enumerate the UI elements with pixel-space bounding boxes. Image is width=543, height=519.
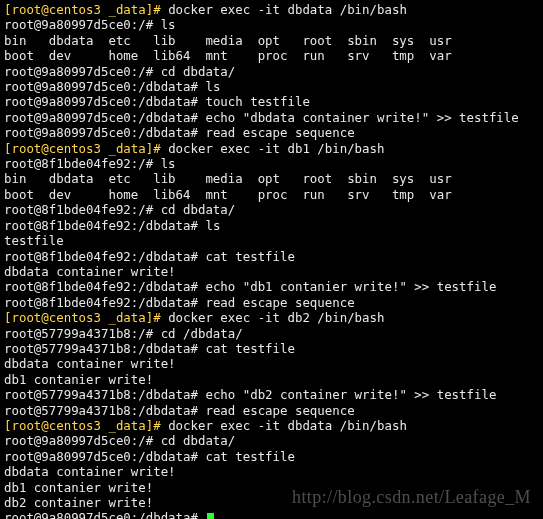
terminal-line: root@8f1bde04fe92:/dbdata# cat testfile: [4, 249, 539, 264]
command: ls: [205, 79, 220, 94]
terminal-line: root@57799a4371b8:/dbdata# cat testfile: [4, 341, 539, 356]
watermark-text: http://blog.csdn.net/Leafage_M: [292, 490, 531, 505]
output-text: db1 contanier write!: [4, 372, 153, 387]
command: cat testfile: [205, 249, 295, 264]
command: echo "db1 contanier write!" >> testfile: [205, 279, 496, 294]
prompt: root@57799a4371b8:/dbdata#: [4, 387, 205, 402]
terminal-line: root@57799a4371b8:/dbdata# echo "db2 con…: [4, 387, 539, 402]
command: read escape sequence: [205, 295, 354, 310]
terminal-line: root@8f1bde04fe92:/# ls: [4, 156, 539, 171]
prompt: root@57799a4371b8:/dbdata#: [4, 341, 205, 356]
prompt: root@9a80997d5ce0:/#: [4, 17, 161, 32]
terminal-line: [root@centos3 _data]# docker exec -it db…: [4, 141, 539, 156]
terminal-line: root@9a80997d5ce0:/dbdata# touch testfil…: [4, 94, 539, 109]
terminal-line: root@8f1bde04fe92:/dbdata# echo "db1 con…: [4, 279, 539, 294]
prompt: root@8f1bde04fe92:/#: [4, 202, 161, 217]
command: touch testfile: [205, 94, 309, 109]
prompt: root@9a80997d5ce0:/dbdata#: [4, 79, 205, 94]
prompt: root@8f1bde04fe92:/dbdata#: [4, 218, 205, 233]
command: docker exec -it db1 /bin/bash: [168, 141, 384, 156]
output-text: dbdata container write!: [4, 464, 176, 479]
output-text: db2 container write!: [4, 495, 153, 510]
command: cat testfile: [205, 341, 295, 356]
terminal-line: dbdata container write!: [4, 264, 539, 279]
cursor-icon: [207, 513, 214, 519]
terminal-line: root@8f1bde04fe92:/dbdata# ls: [4, 218, 539, 233]
command: echo "db2 container write!" >> testfile: [205, 387, 496, 402]
prompt: root@9a80997d5ce0:/dbdata#: [4, 449, 205, 464]
command: cd dbdata/: [161, 202, 236, 217]
command: docker exec -it db2 /bin/bash: [168, 310, 384, 325]
command: cat testfile: [205, 449, 295, 464]
terminal-output[interactable]: [root@centos3 _data]# docker exec -it db…: [0, 0, 543, 519]
prompt: root@8f1bde04fe92:/dbdata#: [4, 279, 205, 294]
terminal-line: root@9a80997d5ce0:/dbdata#: [4, 510, 539, 519]
command: ls: [161, 17, 176, 32]
terminal-line: bin dbdata etc lib media opt root sbin s…: [4, 33, 539, 48]
output-text: boot dev home lib64 mnt proc run srv tmp…: [4, 48, 452, 63]
terminal-line: bin dbdata etc lib media opt root sbin s…: [4, 171, 539, 186]
terminal-line: root@57799a4371b8:/dbdata# read escape s…: [4, 403, 539, 418]
terminal-line: dbdata container write!: [4, 356, 539, 371]
prompt: root@57799a4371b8:/#: [4, 326, 161, 341]
terminal-line: boot dev home lib64 mnt proc run srv tmp…: [4, 187, 539, 202]
prompt: root@9a80997d5ce0:/#: [4, 433, 161, 448]
output-text: boot dev home lib64 mnt proc run srv tmp…: [4, 187, 452, 202]
prompt: root@57799a4371b8:/dbdata#: [4, 403, 205, 418]
output-text: dbdata container write!: [4, 356, 176, 371]
terminal-line: root@9a80997d5ce0:/# ls: [4, 17, 539, 32]
command: read escape sequence: [205, 125, 354, 140]
terminal-line: root@9a80997d5ce0:/dbdata# cat testfile: [4, 449, 539, 464]
prompt: root@9a80997d5ce0:/#: [4, 64, 161, 79]
terminal-line: root@9a80997d5ce0:/dbdata# read escape s…: [4, 125, 539, 140]
terminal-line: root@9a80997d5ce0:/# cd dbdata/: [4, 64, 539, 79]
prompt: [root@centos3 _data]#: [4, 2, 168, 17]
prompt: [root@centos3 _data]#: [4, 310, 168, 325]
terminal-line: root@9a80997d5ce0:/# cd dbdata/: [4, 433, 539, 448]
command: ls: [205, 218, 220, 233]
terminal-line: root@8f1bde04fe92:/# cd dbdata/: [4, 202, 539, 217]
terminal-line: [root@centos3 _data]# docker exec -it db…: [4, 2, 539, 17]
output-text: dbdata container write!: [4, 264, 176, 279]
terminal-line: [root@centos3 _data]# docker exec -it db…: [4, 418, 539, 433]
command: cd /dbdata/: [161, 326, 243, 341]
command: read escape sequence: [205, 403, 354, 418]
prompt: [root@centos3 _data]#: [4, 418, 168, 433]
terminal-line: root@9a80997d5ce0:/dbdata# ls: [4, 79, 539, 94]
command: cd dbdata/: [161, 64, 236, 79]
terminal-line: boot dev home lib64 mnt proc run srv tmp…: [4, 48, 539, 63]
prompt: root@8f1bde04fe92:/dbdata#: [4, 249, 205, 264]
command: docker exec -it dbdata /bin/bash: [168, 418, 407, 433]
terminal-line: root@8f1bde04fe92:/dbdata# read escape s…: [4, 295, 539, 310]
prompt: root@9a80997d5ce0:/dbdata#: [4, 110, 205, 125]
prompt: [root@centos3 _data]#: [4, 141, 168, 156]
terminal-line: testfile: [4, 233, 539, 248]
terminal-line: db1 contanier write!: [4, 372, 539, 387]
prompt: root@9a80997d5ce0:/dbdata#: [4, 125, 205, 140]
output-text: testfile: [4, 233, 64, 248]
prompt: root@8f1bde04fe92:/dbdata#: [4, 295, 205, 310]
terminal-line: root@9a80997d5ce0:/dbdata# echo "dbdata …: [4, 110, 539, 125]
command: echo "dbdata container write!" >> testfi…: [205, 110, 518, 125]
output-text: db1 contanier write!: [4, 480, 153, 495]
command: cd dbdata/: [161, 433, 236, 448]
prompt: root@9a80997d5ce0:/dbdata#: [4, 94, 205, 109]
terminal-line: dbdata container write!: [4, 464, 539, 479]
output-text: bin dbdata etc lib media opt root sbin s…: [4, 33, 452, 48]
command: docker exec -it dbdata /bin/bash: [168, 2, 407, 17]
prompt: root@8f1bde04fe92:/#: [4, 156, 161, 171]
prompt: root@9a80997d5ce0:/dbdata#: [4, 510, 205, 519]
output-text: bin dbdata etc lib media opt root sbin s…: [4, 171, 452, 186]
terminal-line: root@57799a4371b8:/# cd /dbdata/: [4, 326, 539, 341]
terminal-line: [root@centos3 _data]# docker exec -it db…: [4, 310, 539, 325]
command: ls: [161, 156, 176, 171]
